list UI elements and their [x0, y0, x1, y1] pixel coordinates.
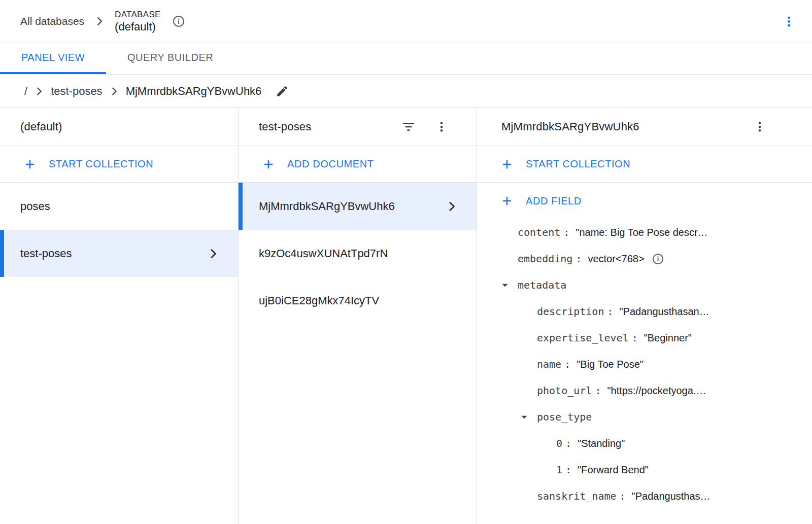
more-options-icon[interactable]	[435, 120, 448, 133]
field-key: 1	[556, 464, 562, 476]
breadcrumb-root[interactable]: /	[24, 85, 27, 98]
plus-icon	[23, 158, 37, 171]
plus-icon	[262, 158, 275, 171]
more-options-icon[interactable]	[779, 12, 799, 31]
panel-view-columns: (default) START COLLECTION poses test-po…	[0, 108, 812, 524]
document-panel-title: MjMmrdbkSARgYBvwUhk6	[501, 120, 639, 133]
chevron-right-icon	[33, 86, 45, 97]
collection-panel-header: test-poses	[239, 108, 477, 146]
field-row-description[interactable]: description : "Padangusthasan…	[477, 298, 812, 325]
collection-name: test-poses	[20, 247, 72, 260]
chevron-right-icon	[445, 200, 458, 213]
field-colon: :	[565, 464, 571, 476]
collection-row-poses[interactable]: poses	[0, 183, 238, 230]
info-icon[interactable]	[652, 253, 664, 265]
field-value: "Big Toe Pose"	[577, 359, 644, 370]
breadcrumb-all-databases[interactable]: All databases	[20, 15, 84, 27]
field-colon: :	[564, 358, 570, 370]
database-panel: (default) START COLLECTION poses test-po…	[0, 108, 239, 524]
database-panel-title: (default)	[20, 120, 62, 133]
field-value: "Standing"	[578, 438, 625, 449]
collapse-arrow-icon[interactable]	[518, 410, 537, 424]
field-value: "Padangusthasan…	[620, 306, 709, 318]
field-colon: :	[595, 385, 601, 397]
field-value: "Beginner"	[644, 332, 692, 344]
field-key: metadata	[518, 279, 566, 291]
field-colon: :	[563, 226, 569, 238]
filter-icon[interactable]	[401, 120, 416, 134]
document-id: k9zOc4uswXUNAtTpd7rN	[259, 247, 388, 260]
breadcrumb-document: MjMmrdbkSARgYBvwUhk6	[126, 85, 262, 98]
field-key: content	[518, 226, 560, 238]
add-field-label: ADD FIELD	[526, 195, 582, 207]
start-collection-label: START COLLECTION	[526, 158, 630, 170]
field-key: 0	[556, 437, 562, 449]
tab-panel-view[interactable]: PANEL VIEW	[0, 43, 106, 74]
field-key: pose_type	[537, 411, 592, 423]
field-key: expertise_level	[537, 332, 629, 344]
path-breadcrumb: / test-poses MjMmrdbkSARgYBvwUhk6	[0, 75, 812, 108]
field-row-name[interactable]: name : "Big Toe Pose"	[477, 351, 812, 377]
field-key: embedding	[518, 253, 572, 265]
add-document-button[interactable]: ADD DOCUMENT	[239, 146, 477, 183]
add-field-button[interactable]: ADD FIELD	[477, 183, 812, 219]
field-value: "name: Big Toe Pose descr…	[576, 227, 707, 238]
field-key: photo_url	[537, 385, 592, 397]
field-key: sanskrit_name	[537, 490, 617, 502]
collection-row-test-poses[interactable]: test-poses	[0, 230, 238, 277]
database-name: (default)	[115, 20, 161, 34]
document-id: MjMmrdbkSARgYBvwUhk6	[259, 200, 395, 213]
field-colon: :	[565, 437, 571, 449]
plus-icon	[500, 194, 514, 207]
collection-panel-title: test-poses	[259, 120, 312, 133]
field-key: description	[537, 305, 604, 318]
collapse-arrow-icon[interactable]	[498, 278, 518, 292]
document-row[interactable]: MjMmrdbkSARgYBvwUhk6	[239, 183, 477, 230]
chevron-right-icon	[207, 247, 220, 260]
document-id: ujB0iCE28gMkx74IcyTV	[259, 294, 379, 307]
add-document-label: ADD DOCUMENT	[287, 158, 374, 170]
document-row[interactable]: k9zOc4uswXUNAtTpd7rN	[239, 230, 477, 277]
field-value: "Padangusthas…	[632, 491, 710, 502]
field-colon: :	[607, 305, 613, 318]
collection-name: poses	[20, 200, 50, 213]
field-colon: :	[632, 332, 638, 344]
field-value: "Forward Bend"	[578, 464, 649, 476]
document-row[interactable]: ujB0iCE28gMkx74IcyTV	[239, 277, 477, 324]
collection-panel: test-poses ADD DOCUMENT MjMmrdbkSARgYBvw…	[239, 108, 477, 524]
field-row-sanskrit-name[interactable]: sanskrit_name : "Padangusthas…	[477, 483, 812, 509]
field-value: vector<768>	[588, 253, 644, 265]
start-collection-button[interactable]: START COLLECTION	[0, 146, 238, 183]
field-row-photo-url[interactable]: photo_url : "https://pocketyoga.…	[477, 377, 812, 404]
field-value: "https://pocketyoga.…	[607, 385, 706, 397]
tab-query-builder[interactable]: QUERY BUILDER	[106, 43, 234, 74]
chevron-right-icon	[109, 86, 120, 97]
edit-pencil-icon[interactable]	[276, 85, 289, 98]
field-row-pose-type-1[interactable]: 1 : "Forward Bend"	[477, 457, 812, 483]
database-eyebrow-label: DATABASE	[115, 9, 161, 20]
field-colon: :	[620, 490, 626, 502]
field-row-embedding[interactable]: embedding : vector<768>	[477, 246, 812, 272]
field-row-content[interactable]: content : "name: Big Toe Pose descr…	[477, 219, 812, 246]
more-options-icon[interactable]	[753, 120, 766, 133]
document-fields: content : "name: Big Toe Pose descr… emb…	[477, 219, 812, 509]
app-header: All databases DATABASE (default)	[0, 0, 812, 43]
chevron-right-icon	[93, 15, 106, 27]
field-row-expertise-level[interactable]: expertise_level : "Beginner"	[477, 325, 812, 351]
view-tabs: PANEL VIEW QUERY BUILDER	[0, 43, 812, 75]
document-panel: MjMmrdbkSARgYBvwUhk6 START COLLECTION AD…	[477, 108, 812, 524]
field-colon: :	[576, 253, 582, 265]
database-selector[interactable]: DATABASE (default)	[115, 9, 161, 34]
database-panel-header: (default)	[0, 108, 238, 146]
field-key: name	[537, 358, 561, 370]
field-row-metadata[interactable]: metadata	[477, 272, 812, 298]
info-icon[interactable]	[172, 15, 185, 28]
plus-icon	[500, 158, 514, 171]
start-collection-label: START COLLECTION	[49, 158, 153, 170]
field-row-pose-type[interactable]: pose_type	[477, 404, 812, 430]
breadcrumb-collection[interactable]: test-poses	[51, 85, 103, 98]
field-row-pose-type-0[interactable]: 0 : "Standing"	[477, 430, 812, 457]
start-collection-button[interactable]: START COLLECTION	[477, 146, 812, 183]
document-panel-header: MjMmrdbkSARgYBvwUhk6	[477, 108, 812, 146]
